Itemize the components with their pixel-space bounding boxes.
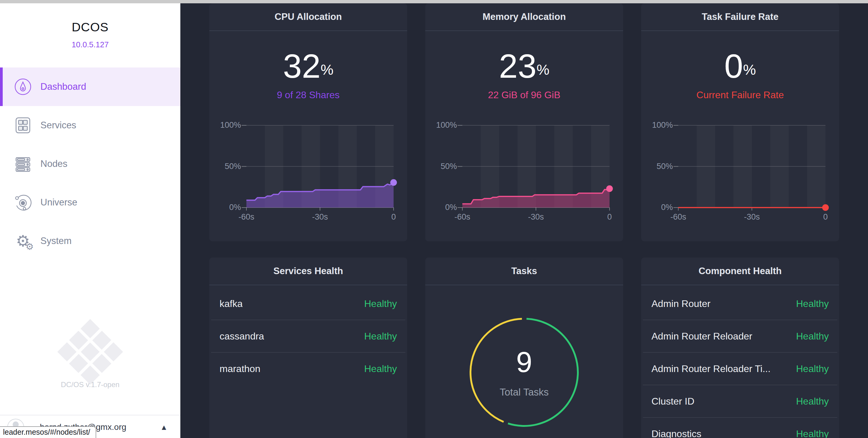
sidebar-item-label: Services (40, 120, 76, 131)
orbit-icon (14, 193, 32, 211)
sidebar-menu: Dashboard Services (0, 67, 180, 260)
status-badge: Healthy (364, 363, 397, 374)
gauge-icon (14, 78, 32, 96)
component-row-diagnostics[interactable]: Diagnostics Healthy (643, 417, 837, 438)
component-row-admin-router[interactable]: Admin Router Healthy (643, 288, 837, 319)
x-axis-tick-label: 0 (823, 212, 828, 222)
y-axis-tick-label: 0% (641, 203, 673, 212)
memory-percent-value: 23% (425, 47, 623, 85)
component-row-admin-router-reloader-timer[interactable]: Admin Router Reloader Ti... Healthy (643, 352, 837, 385)
tasks-panel: Tasks 9 Total Tasks (425, 258, 623, 438)
window-top-edge (0, 0, 868, 3)
x-axis-tick-label: -30s (744, 212, 760, 222)
y-axis-tick-label: 0% (209, 203, 241, 212)
status-badge: Healthy (796, 428, 829, 438)
status-badge: Healthy (796, 363, 829, 374)
version-label: DC/OS v.1.7-open (0, 380, 180, 389)
total-tasks-value: 9 (425, 345, 623, 379)
panel-title: CPU Allocation (209, 3, 407, 31)
failure-percent-value: 0% (641, 47, 839, 85)
dashboard-grid: CPU Allocation 32% 9 of 28 Shares 0%50%1… (180, 3, 868, 438)
panel-title: Component Health (641, 258, 839, 285)
x-axis-tick-label: -30s (528, 212, 544, 222)
component-health-panel: Component Health Admin Router Healthy Ad… (641, 258, 839, 438)
component-health-list: Admin Router Healthy Admin Router Reload… (641, 285, 839, 438)
status-badge: Healthy (796, 331, 829, 342)
failure-subtitle: Current Failure Rate (641, 90, 839, 101)
sidebar-item-dashboard[interactable]: Dashboard (0, 67, 180, 106)
service-row-cassandra[interactable]: cassandra Healthy (211, 319, 405, 352)
y-axis-tick-label: 50% (641, 162, 673, 171)
cluster-ip: 10.0.5.127 (0, 40, 180, 49)
cluster-name: DCOS (0, 20, 180, 34)
x-axis-tick-label: -30s (312, 212, 328, 222)
component-row-admin-router-reloader[interactable]: Admin Router Reloader Healthy (643, 319, 837, 352)
failure-history-chart: 0%50%100%-60s-30s0 (641, 125, 839, 225)
services-grid-icon (14, 116, 32, 134)
link-preview-statusbar: leader.mesos/#/nodes/list/ (0, 426, 96, 438)
sidebar-item-services[interactable]: Services (0, 106, 180, 144)
x-axis-tick-label: -60s (671, 212, 686, 222)
y-axis-tick-label: 50% (209, 162, 241, 171)
y-axis-tick-label: 50% (425, 162, 457, 171)
services-health-panel: Services Health kafka Healthy cassandra … (209, 258, 407, 438)
cpu-shares-subtitle: 9 of 28 Shares (209, 90, 407, 101)
sidebar-item-system[interactable]: ⚙⚙ System (0, 222, 180, 260)
sidebar: DCOS 10.0.5.127 Dashboard (0, 3, 180, 438)
panel-title: Task Failure Rate (641, 3, 839, 31)
component-row-cluster-id[interactable]: Cluster ID Healthy (643, 385, 837, 417)
server-stack-icon (14, 155, 32, 173)
sidebar-item-label: Nodes (40, 159, 67, 169)
y-axis-tick-label: 100% (641, 121, 673, 130)
sidebar-item-universe[interactable]: Universe (0, 183, 180, 222)
panel-title: Memory Allocation (425, 3, 623, 31)
gears-icon: ⚙⚙ (14, 232, 32, 250)
y-axis-tick-label: 0% (425, 203, 457, 212)
y-axis-tick-label: 100% (425, 121, 457, 130)
x-axis-tick-label: -60s (455, 212, 470, 222)
x-axis-tick-label: 0 (607, 212, 612, 222)
collapse-caret-icon[interactable]: ▲ (160, 423, 168, 432)
memory-allocation-panel: Memory Allocation 23% 22 GiB of 96 GiB 0… (425, 3, 623, 241)
status-badge: Healthy (796, 298, 829, 309)
sidebar-item-label: System (40, 236, 71, 246)
memory-history-chart: 0%50%100%-60s-30s0 (425, 125, 623, 225)
memory-gib-subtitle: 22 GiB of 96 GiB (425, 90, 623, 101)
cpu-allocation-panel: CPU Allocation 32% 9 of 28 Shares 0%50%1… (209, 3, 407, 241)
task-failure-panel: Task Failure Rate 0% Current Failure Rat… (641, 3, 839, 241)
total-tasks-label: Total Tasks (425, 386, 623, 398)
panel-title: Services Health (209, 258, 407, 285)
status-badge: Healthy (364, 298, 397, 309)
panel-title: Tasks (425, 258, 623, 285)
sidebar-item-nodes[interactable]: Nodes (0, 144, 180, 183)
x-axis-tick-label: 0 (391, 212, 396, 222)
brand-block: DCOS 10.0.5.127 (0, 3, 180, 49)
service-row-kafka[interactable]: kafka Healthy (211, 288, 405, 319)
service-row-marathon[interactable]: marathon Healthy (211, 352, 405, 385)
dcos-logo (57, 319, 123, 385)
y-axis-tick-label: 100% (209, 121, 241, 130)
status-badge: Healthy (364, 331, 397, 342)
cpu-percent-value: 32% (209, 47, 407, 85)
services-health-list: kafka Healthy cassandra Healthy marathon… (209, 285, 407, 385)
sidebar-item-label: Dashboard (40, 81, 86, 92)
x-axis-tick-label: -60s (239, 212, 254, 222)
status-badge: Healthy (796, 396, 829, 407)
cpu-history-chart: 0%50%100%-60s-30s0 (209, 125, 407, 225)
sidebar-item-label: Universe (40, 197, 77, 208)
